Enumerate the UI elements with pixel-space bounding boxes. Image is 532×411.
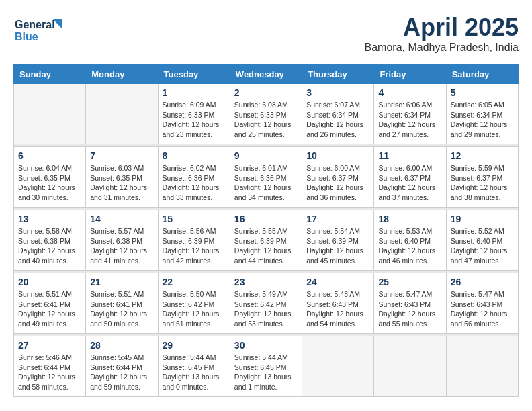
- day-info: Sunrise: 5:46 AMSunset: 6:44 PMDaylight:…: [18, 353, 81, 392]
- day-info: Sunrise: 5:47 AMSunset: 6:43 PMDaylight:…: [378, 289, 441, 329]
- day-number: 4: [378, 87, 441, 98]
- calendar-week-row: 1Sunrise: 6:09 AMSunset: 6:33 PMDaylight…: [14, 84, 519, 144]
- day-info: Sunrise: 6:00 AMSunset: 6:37 PMDaylight:…: [378, 163, 441, 203]
- calendar-week-row: 20Sunrise: 5:51 AMSunset: 6:41 PMDayligh…: [14, 273, 519, 334]
- day-info: Sunrise: 6:06 AMSunset: 6:34 PMDaylight:…: [378, 100, 441, 140]
- svg-text:Blue: Blue: [15, 31, 38, 42]
- header-saturday: Saturday: [446, 65, 518, 84]
- table-row: [302, 336, 374, 397]
- header-tuesday: Tuesday: [158, 65, 230, 84]
- table-row: 30Sunrise: 5:44 AMSunset: 6:45 PMDayligh…: [230, 336, 302, 397]
- header-wednesday: Wednesday: [230, 65, 302, 84]
- day-info: Sunrise: 5:57 AMSunset: 6:38 PMDaylight:…: [90, 226, 153, 266]
- day-info: Sunrise: 5:59 AMSunset: 6:37 PMDaylight:…: [451, 163, 514, 203]
- day-number: 29: [163, 340, 226, 351]
- table-row: [446, 336, 518, 397]
- table-row: 28Sunrise: 5:45 AMSunset: 6:44 PMDayligh…: [86, 336, 158, 397]
- table-row: 4Sunrise: 6:06 AMSunset: 6:34 PMDaylight…: [374, 84, 446, 144]
- table-row: 17Sunrise: 5:54 AMSunset: 6:39 PMDayligh…: [302, 210, 374, 271]
- table-row: 19Sunrise: 5:52 AMSunset: 6:40 PMDayligh…: [446, 210, 518, 271]
- table-row: 20Sunrise: 5:51 AMSunset: 6:41 PMDayligh…: [14, 273, 86, 334]
- day-info: Sunrise: 5:50 AMSunset: 6:42 PMDaylight:…: [163, 289, 226, 329]
- calendar-table: Sunday Monday Tuesday Wednesday Thursday…: [13, 64, 519, 397]
- table-row: 15Sunrise: 5:56 AMSunset: 6:39 PMDayligh…: [158, 210, 230, 271]
- day-number: 14: [90, 214, 153, 224]
- calendar-week-row: 13Sunrise: 5:58 AMSunset: 6:38 PMDayligh…: [14, 210, 519, 271]
- table-row: 25Sunrise: 5:47 AMSunset: 6:43 PMDayligh…: [374, 273, 446, 334]
- day-number: 8: [163, 150, 226, 161]
- day-info: Sunrise: 5:45 AMSunset: 6:44 PMDaylight:…: [90, 353, 153, 392]
- day-info: Sunrise: 5:53 AMSunset: 6:40 PMDaylight:…: [378, 226, 441, 266]
- day-number: 5: [451, 87, 514, 98]
- header-sunday: Sunday: [14, 65, 86, 84]
- calendar-week-row: 27Sunrise: 5:46 AMSunset: 6:44 PMDayligh…: [14, 336, 519, 397]
- table-row: 5Sunrise: 6:05 AMSunset: 6:34 PMDaylight…: [446, 84, 518, 144]
- day-info: Sunrise: 6:05 AMSunset: 6:34 PMDaylight:…: [451, 100, 514, 140]
- table-row: 6Sunrise: 6:04 AMSunset: 6:35 PMDaylight…: [14, 147, 86, 208]
- day-number: 27: [18, 340, 81, 351]
- table-row: 21Sunrise: 5:51 AMSunset: 6:41 PMDayligh…: [86, 273, 158, 334]
- table-row: 1Sunrise: 6:09 AMSunset: 6:33 PMDaylight…: [158, 84, 230, 144]
- day-info: Sunrise: 6:04 AMSunset: 6:35 PMDaylight:…: [18, 163, 81, 203]
- day-number: 16: [234, 214, 298, 224]
- day-info: Sunrise: 6:09 AMSunset: 6:33 PMDaylight:…: [163, 100, 226, 140]
- day-number: 11: [378, 150, 441, 161]
- table-row: 13Sunrise: 5:58 AMSunset: 6:38 PMDayligh…: [14, 210, 86, 271]
- table-row: 10Sunrise: 6:00 AMSunset: 6:37 PMDayligh…: [302, 147, 374, 208]
- day-number: 24: [306, 277, 369, 287]
- day-number: 26: [451, 277, 514, 287]
- table-row: 14Sunrise: 5:57 AMSunset: 6:38 PMDayligh…: [86, 210, 158, 271]
- title-section: April 2025 Bamora, Madhya Pradesh, India: [365, 13, 519, 54]
- day-info: Sunrise: 5:48 AMSunset: 6:43 PMDaylight:…: [306, 289, 369, 329]
- day-number: 30: [234, 340, 298, 351]
- table-row: 16Sunrise: 5:55 AMSunset: 6:39 PMDayligh…: [230, 210, 302, 271]
- day-info: Sunrise: 5:56 AMSunset: 6:39 PMDaylight:…: [163, 226, 226, 266]
- table-row: 24Sunrise: 5:48 AMSunset: 6:43 PMDayligh…: [302, 273, 374, 334]
- logo: General Blue: [13, 13, 67, 50]
- day-number: 25: [378, 277, 441, 287]
- table-row: 18Sunrise: 5:53 AMSunset: 6:40 PMDayligh…: [374, 210, 446, 271]
- table-row: [374, 336, 446, 397]
- page-header: General Blue April 2025 Bamora, Madhya P…: [13, 13, 519, 54]
- table-row: 27Sunrise: 5:46 AMSunset: 6:44 PMDayligh…: [14, 336, 86, 397]
- table-row: 3Sunrise: 6:07 AMSunset: 6:34 PMDaylight…: [302, 84, 374, 144]
- table-row: 22Sunrise: 5:50 AMSunset: 6:42 PMDayligh…: [158, 273, 230, 334]
- day-number: 9: [234, 150, 298, 161]
- day-number: 21: [90, 277, 153, 287]
- day-info: Sunrise: 6:00 AMSunset: 6:37 PMDaylight:…: [306, 163, 369, 203]
- month-title: April 2025: [365, 13, 519, 42]
- calendar-header-row: Sunday Monday Tuesday Wednesday Thursday…: [14, 65, 519, 84]
- table-row: 8Sunrise: 6:02 AMSunset: 6:36 PMDaylight…: [158, 147, 230, 208]
- table-row: 29Sunrise: 5:44 AMSunset: 6:45 PMDayligh…: [158, 336, 230, 397]
- table-row: 7Sunrise: 6:03 AMSunset: 6:35 PMDaylight…: [86, 147, 158, 208]
- day-number: 13: [18, 214, 81, 224]
- table-row: 23Sunrise: 5:49 AMSunset: 6:42 PMDayligh…: [230, 273, 302, 334]
- location-title: Bamora, Madhya Pradesh, India: [365, 42, 519, 54]
- day-info: Sunrise: 5:44 AMSunset: 6:45 PMDaylight:…: [163, 353, 226, 392]
- day-number: 19: [451, 214, 514, 224]
- day-number: 6: [18, 150, 81, 161]
- table-row: 2Sunrise: 6:08 AMSunset: 6:33 PMDaylight…: [230, 84, 302, 144]
- table-row: [86, 84, 158, 144]
- day-number: 15: [163, 214, 226, 224]
- table-row: 12Sunrise: 5:59 AMSunset: 6:37 PMDayligh…: [446, 147, 518, 208]
- day-info: Sunrise: 5:44 AMSunset: 6:45 PMDaylight:…: [234, 353, 298, 392]
- day-number: 7: [90, 150, 153, 161]
- header-thursday: Thursday: [302, 65, 374, 84]
- day-info: Sunrise: 5:51 AMSunset: 6:41 PMDaylight:…: [18, 289, 81, 329]
- table-row: 26Sunrise: 5:47 AMSunset: 6:43 PMDayligh…: [446, 273, 518, 334]
- day-number: 12: [451, 150, 514, 161]
- day-info: Sunrise: 6:02 AMSunset: 6:36 PMDaylight:…: [163, 163, 226, 203]
- day-info: Sunrise: 5:47 AMSunset: 6:43 PMDaylight:…: [451, 289, 514, 329]
- calendar-week-row: 6Sunrise: 6:04 AMSunset: 6:35 PMDaylight…: [14, 147, 519, 208]
- day-info: Sunrise: 5:51 AMSunset: 6:41 PMDaylight:…: [90, 289, 153, 329]
- day-info: Sunrise: 5:55 AMSunset: 6:39 PMDaylight:…: [234, 226, 298, 266]
- day-number: 3: [306, 87, 369, 98]
- day-info: Sunrise: 6:07 AMSunset: 6:34 PMDaylight:…: [306, 100, 369, 140]
- day-number: 28: [90, 340, 153, 351]
- day-info: Sunrise: 5:49 AMSunset: 6:42 PMDaylight:…: [234, 289, 298, 329]
- day-info: Sunrise: 5:58 AMSunset: 6:38 PMDaylight:…: [18, 226, 81, 266]
- day-number: 1: [163, 87, 226, 98]
- logo-svg: General Blue: [13, 13, 67, 50]
- header-monday: Monday: [86, 65, 158, 84]
